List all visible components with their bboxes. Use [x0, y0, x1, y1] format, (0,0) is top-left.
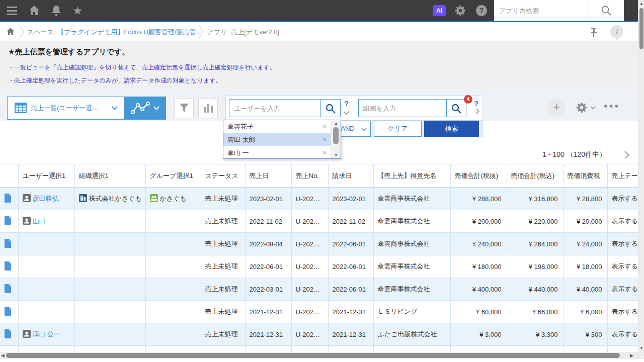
show-subtable-link[interactable]: 表示する — [612, 240, 638, 247]
scroll-up-icon[interactable]: ▲ — [638, 2, 644, 6]
cell-sale_no: U-202… — [291, 346, 328, 352]
table-row: 売上未処理2021-12-31U-202…2021-12-31ＬＳリビング¥ 6… — [0, 301, 638, 323]
column-header-status[interactable]: ステータス — [201, 164, 245, 188]
home-icon[interactable] — [28, 5, 40, 17]
org-search-help[interactable]: ? — [474, 99, 478, 108]
scrollbar-thumb[interactable] — [333, 127, 339, 144]
cell-org — [74, 346, 145, 352]
search-icon — [451, 103, 462, 114]
add-record-button[interactable]: + — [547, 99, 566, 117]
cell-sale_date: 2022-08-04 — [245, 233, 291, 255]
show-subtable-link[interactable]: 表示する — [612, 285, 638, 293]
app-settings-gear-icon[interactable] — [576, 102, 588, 114]
info-icon[interactable]: i — [610, 25, 623, 38]
suggestion-label: 傘雲花子 — [227, 123, 254, 130]
record-detail-icon[interactable] — [4, 329, 12, 340]
portal-home-icon[interactable] — [6, 27, 15, 36]
ai-badge[interactable]: AI — [433, 5, 446, 16]
show-subtable-link[interactable]: 表示する — [612, 330, 638, 338]
column-header-org[interactable]: 組織選択1 — [74, 164, 145, 188]
horizontal-scrollbar[interactable]: ◀ ▶ — [0, 352, 638, 359]
app-search-input[interactable] — [494, 0, 588, 21]
column-header-customer[interactable]: 【売上先】得意先名 — [373, 164, 450, 188]
show-subtable-link[interactable]: 表示する — [612, 308, 638, 315]
cell-group — [145, 210, 201, 233]
show-subtable-link[interactable]: 表示する — [612, 262, 638, 270]
record-detail-icon[interactable] — [4, 284, 12, 295]
record-detail-icon[interactable] — [4, 194, 12, 204]
user-link[interactable]: 彦田勝弘 — [33, 195, 59, 202]
suggestion-scrollbar[interactable]: ▲ ▼ — [331, 120, 341, 158]
breadcrumb-space-link[interactable]: 【プラグインデモ用】Focus U顧客管理/販売管… — [57, 28, 202, 36]
app-description-note-2: ・売上確定処理を実行したデータのみが、請求データ作成の対象となります。 — [8, 76, 222, 85]
remove-suggestion-icon[interactable]: × — [323, 133, 327, 146]
column-header-invoice_date[interactable]: 請求日 — [328, 164, 373, 188]
pin-icon[interactable] — [590, 27, 598, 37]
app-search-button[interactable] — [588, 0, 624, 21]
user-suggestion-item[interactable]: 傘山 一× — [223, 146, 331, 159]
column-header-tax[interactable]: 売価消費税 — [563, 164, 607, 188]
chart-button[interactable] — [198, 98, 218, 118]
scroll-down-icon[interactable]: ▼ — [331, 153, 341, 157]
column-header-sale_no[interactable]: 売上No. — [291, 164, 328, 188]
show-subtable-link[interactable]: 表示する — [612, 217, 638, 225]
cell-subtotal: ¥ 1,000 — [450, 346, 507, 352]
org-search-input[interactable] — [359, 100, 446, 117]
table-row: 売上未処理2022-06-01U-202…2022-06-01傘雲商事株式会社¥… — [0, 255, 638, 278]
graph-icon — [131, 102, 150, 115]
notification-bell-icon[interactable] — [50, 5, 62, 17]
view-selector-label: 売上一覧(ユーザー選… — [31, 104, 111, 113]
cell-sale_date: 2022-03-01 — [245, 278, 291, 301]
filter-button[interactable] — [174, 98, 194, 118]
org-search-box — [358, 99, 446, 117]
view-selector[interactable]: 売上一覧(ユーザー選… — [7, 97, 166, 120]
cell-status: 売上未処理 — [201, 323, 245, 346]
more-options-icon[interactable]: ••• — [604, 104, 627, 112]
org-search-button[interactable] — [446, 99, 466, 117]
record-detail-icon[interactable] — [4, 261, 12, 272]
chevron-down-icon[interactable] — [343, 111, 349, 115]
hamburger-menu-icon[interactable] — [6, 5, 18, 17]
cell-customer: ＬＳリビング — [373, 301, 450, 323]
favorites-star-icon[interactable]: ★ — [71, 5, 84, 17]
bar-chart-icon — [203, 103, 214, 114]
remove-suggestion-icon[interactable]: × — [323, 120, 327, 133]
clear-button[interactable]: クリア — [374, 121, 422, 137]
show-subtable-link[interactable]: 表示する — [612, 195, 638, 202]
user-suggestion-item[interactable]: 雲田 太郎× — [223, 133, 331, 146]
help-icon[interactable]: ? — [475, 5, 488, 17]
column-header-group[interactable]: グループ選択1 — [145, 164, 201, 188]
scroll-right-icon[interactable]: ▶ — [630, 353, 633, 358]
scroll-down-icon[interactable]: ▼ — [638, 346, 644, 350]
column-header-subtotal[interactable]: 売価合計(税抜) — [450, 164, 507, 188]
record-detail-icon[interactable] — [4, 216, 12, 227]
search-button[interactable]: 検索 — [424, 121, 479, 137]
column-header-total[interactable]: 売価合計(税込) — [507, 164, 563, 188]
table-view-icon — [15, 103, 27, 113]
graph-view-button[interactable] — [124, 97, 166, 119]
record-detail-icon[interactable] — [4, 307, 12, 317]
view-selector-current[interactable]: 売上一覧(ユーザー選… — [8, 97, 124, 119]
record-detail-icon[interactable] — [4, 239, 12, 249]
cell-user — [18, 278, 74, 301]
user-link[interactable]: 山口 — [33, 217, 46, 225]
vertical-scrollbar[interactable]: ▲ ▼ — [638, 0, 644, 359]
admin-gear-icon[interactable] — [454, 5, 466, 17]
horizontal-scrollbar-thumb[interactable] — [6, 353, 620, 358]
column-header-sale_date[interactable]: 売上日 — [245, 164, 291, 188]
user-suggestion-item[interactable]: 傘雲花子× — [223, 120, 331, 133]
user-search-help[interactable]: ? — [344, 99, 349, 108]
user-search-button[interactable] — [320, 99, 341, 117]
chevron-right-icon[interactable] — [475, 109, 480, 115]
user-search-input[interactable] — [229, 100, 320, 117]
remove-suggestion-icon[interactable]: × — [323, 146, 327, 159]
user-link[interactable]: 澤口 公一 — [33, 330, 61, 338]
cell-subtotal: ¥ 180,000 — [450, 255, 507, 278]
scroll-left-icon[interactable]: ◀ — [1, 353, 5, 358]
pagination-next-icon[interactable] — [623, 150, 631, 159]
column-header-detail[interactable]: 売上テー — [607, 164, 638, 188]
column-header-user[interactable]: ユーザー選択1 — [18, 164, 74, 188]
vertical-scrollbar-thumb[interactable] — [639, 8, 643, 49]
chevron-down-icon[interactable] — [590, 106, 596, 110]
scroll-up-icon[interactable]: ▲ — [331, 121, 341, 126]
